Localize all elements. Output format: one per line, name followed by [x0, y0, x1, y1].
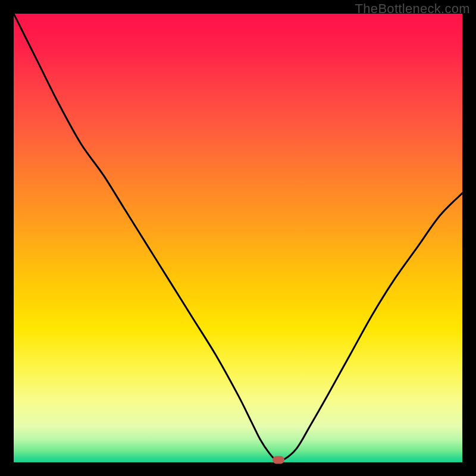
watermark-text: TheBottleneck.com	[355, 1, 470, 17]
curve-overlay	[14, 14, 462, 462]
optimum-marker	[273, 456, 284, 464]
chart-frame: TheBottleneck.com	[0, 0, 476, 476]
bottleneck-curve-path	[14, 14, 462, 461]
